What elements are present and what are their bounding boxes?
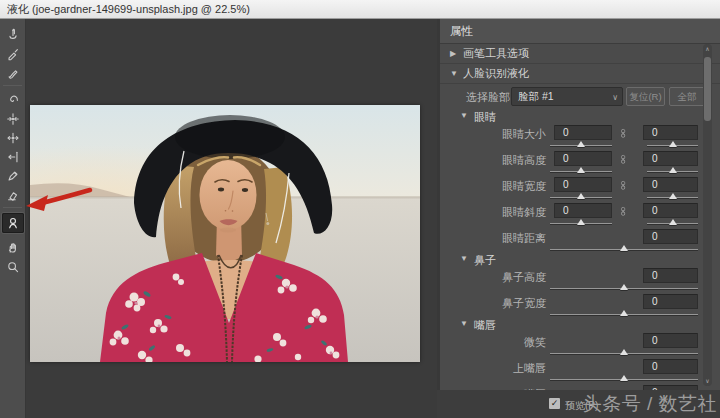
- slider-label: 眼睛斜度: [440, 205, 546, 220]
- document-canvas[interactable]: [26, 19, 437, 418]
- reset-button[interactable]: 复位(R): [626, 87, 665, 106]
- tool-face[interactable]: [2, 213, 24, 233]
- preview-checkbox[interactable]: ✓: [549, 398, 560, 409]
- scrollbar-thumb[interactable]: [704, 57, 711, 121]
- scroll-up-icon[interactable]: ∧: [703, 45, 712, 53]
- tool-push-left[interactable]: [2, 148, 24, 165]
- value-input-left[interactable]: [554, 125, 612, 140]
- toolbar-separator: [3, 207, 22, 208]
- slider-row: 眼睛宽度: [440, 175, 720, 201]
- slider-thumb[interactable]: [669, 167, 677, 173]
- smooth-icon: [6, 66, 20, 80]
- expanded-triangle-icon: ▼: [460, 319, 473, 328]
- tool-reconstruct[interactable]: [2, 45, 24, 62]
- slider-thumb[interactable]: [620, 284, 628, 290]
- slider-thumb[interactable]: [577, 219, 585, 225]
- value-input[interactable]: [643, 294, 698, 309]
- slider-row: 鼻子高度: [440, 266, 720, 292]
- slider-row: 鼻子宽度: [440, 292, 720, 318]
- section-brush-tool-options[interactable]: ▶ 画笔工具选项: [440, 44, 720, 64]
- link-icon: [620, 152, 630, 167]
- select-face-label: 选择脸部: [466, 90, 510, 105]
- link-icon: [620, 126, 630, 141]
- value-input-left[interactable]: [554, 177, 612, 192]
- tool-bloat[interactable]: [2, 129, 24, 146]
- value-input-right[interactable]: [643, 151, 698, 166]
- slider-thumb[interactable]: [577, 141, 585, 147]
- expanded-triangle-icon: ▼: [460, 111, 473, 120]
- slider-groups: ▼眼睛眼睛大小眼睛高度眼睛宽度眼睛斜度眼睛距离▼鼻子鼻子高度鼻子宽度▼嘴唇微笑上…: [440, 110, 720, 390]
- tool-smooth[interactable]: [2, 64, 24, 81]
- tool-pucker[interactable]: [2, 110, 24, 127]
- freeze-mask-icon: [6, 169, 20, 183]
- value-input-left[interactable]: [554, 203, 612, 218]
- slider-thumb[interactable]: [620, 349, 628, 355]
- link-values-toggle[interactable]: [620, 126, 630, 141]
- panel-scrollbar[interactable]: ∧ ∨: [703, 44, 712, 386]
- slider-label: 上嘴唇: [440, 361, 546, 376]
- slider-thumb[interactable]: [620, 245, 628, 251]
- link-icon: [620, 178, 630, 193]
- slider-thumb[interactable]: [669, 193, 677, 199]
- link-values-toggle[interactable]: [620, 204, 630, 219]
- scroll-down-icon[interactable]: ∨: [703, 377, 712, 385]
- slider-thumb[interactable]: [669, 141, 677, 147]
- tool-forward-warp[interactable]: [2, 26, 24, 43]
- section-label: 画笔工具选项: [463, 46, 529, 61]
- expanded-triangle-icon: ▼: [460, 254, 473, 263]
- link-icon: [620, 204, 630, 219]
- value-input-right[interactable]: [643, 177, 698, 192]
- slider-row: 上嘴唇: [440, 357, 720, 383]
- slider-row: 下嘴唇: [440, 383, 720, 390]
- select-face-value: 脸部 #1: [518, 90, 554, 102]
- tool-twirl-clockwise[interactable]: [2, 91, 24, 108]
- section-label: 人脸识别液化: [463, 66, 529, 81]
- liquify-toolbar: [0, 19, 26, 418]
- slider-row: 微笑: [440, 331, 720, 357]
- group-header-2[interactable]: ▼嘴唇: [440, 318, 720, 331]
- slider-label: 眼睛大小: [440, 127, 546, 142]
- slider-thumb[interactable]: [620, 375, 628, 381]
- slider-label: 眼睛距离: [440, 231, 546, 246]
- thaw-mask-icon: [6, 188, 20, 202]
- all-button[interactable]: 全部: [669, 87, 705, 106]
- group-header-0[interactable]: ▼眼睛: [440, 110, 720, 123]
- dialog-title: 液化 (joe-gardner-149699-unsplash.jpg @ 22…: [7, 3, 250, 15]
- properties-panel: 属性 ▶ 画笔工具选项 ▼ 人脸识别液化 选择脸部 脸部 #1 ∨ 复位(R) …: [437, 19, 720, 390]
- value-input[interactable]: [643, 333, 698, 348]
- value-input-right[interactable]: [643, 203, 698, 218]
- reconstruct-icon: [6, 47, 20, 61]
- link-values-toggle[interactable]: [620, 178, 630, 193]
- select-face-row: 选择脸部 脸部 #1 ∨ 复位(R) 全部: [440, 84, 720, 110]
- tool-zoom[interactable]: [2, 258, 24, 275]
- value-input-left[interactable]: [554, 151, 612, 166]
- photo: [30, 105, 420, 362]
- slider-row: 眼睛距离: [440, 227, 720, 253]
- value-input-right[interactable]: [643, 125, 698, 140]
- slider-label: 鼻子宽度: [440, 296, 546, 311]
- zoom-icon: [6, 260, 20, 274]
- slider-thumb[interactable]: [620, 310, 628, 316]
- bloat-icon: [6, 131, 20, 145]
- slider-thumb[interactable]: [669, 219, 677, 225]
- tool-thaw-mask[interactable]: [2, 186, 24, 203]
- hand-icon: [6, 241, 20, 255]
- push-left-icon: [6, 150, 20, 164]
- slider-row: 眼睛大小: [440, 123, 720, 149]
- panel-title: 属性: [440, 19, 720, 44]
- tool-freeze-mask[interactable]: [2, 167, 24, 184]
- group-header-1[interactable]: ▼鼻子: [440, 253, 720, 266]
- select-face-dropdown[interactable]: 脸部 #1 ∨: [511, 87, 623, 106]
- link-values-toggle[interactable]: [620, 152, 630, 167]
- pucker-icon: [6, 112, 20, 126]
- tool-hand[interactable]: [2, 239, 24, 256]
- value-input[interactable]: [643, 359, 698, 374]
- face-icon: [6, 216, 20, 230]
- slider-thumb[interactable]: [577, 167, 585, 173]
- value-input[interactable]: [643, 268, 698, 283]
- value-input[interactable]: [643, 229, 698, 244]
- slider-thumb[interactable]: [577, 193, 585, 199]
- forward-warp-icon: [6, 28, 20, 42]
- section-face-aware-liquify[interactable]: ▼ 人脸识别液化: [440, 64, 720, 84]
- slider-label: 眼睛宽度: [440, 179, 546, 194]
